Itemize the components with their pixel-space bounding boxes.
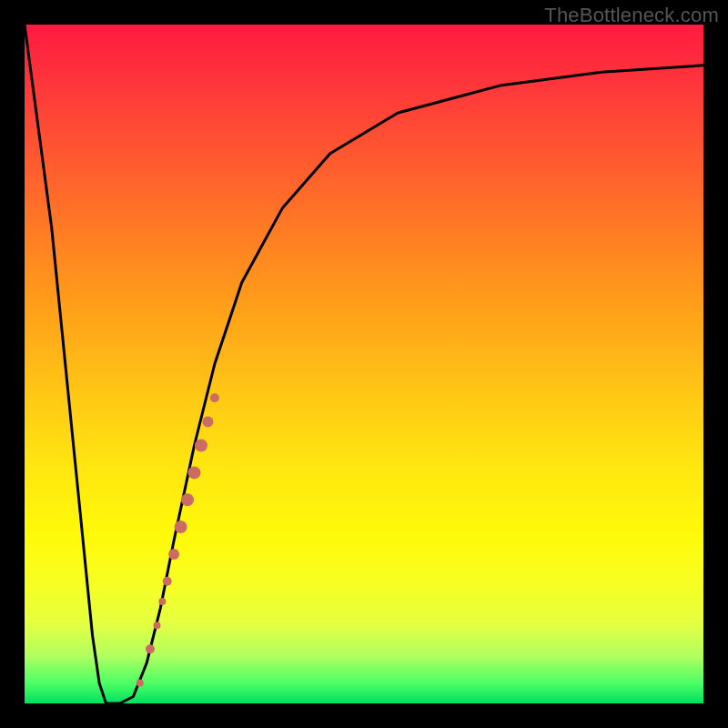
data-marker: [146, 644, 155, 653]
data-marker: [202, 416, 213, 427]
data-marker: [163, 577, 172, 586]
data-marker: [168, 549, 179, 560]
data-marker: [188, 466, 201, 479]
data-marker: [195, 440, 207, 452]
data-marker: [175, 521, 187, 533]
plot-area: [25, 25, 703, 703]
data-marker: [158, 598, 166, 605]
data-marker: [210, 393, 219, 402]
chart-frame: TheBottleneck.com: [0, 0, 728, 728]
bottleneck-curve: [25, 25, 703, 703]
data-marker: [181, 493, 194, 506]
data-marker: [154, 622, 161, 629]
data-marker: [136, 680, 144, 687]
curve-layer: [25, 25, 703, 703]
watermark-text: TheBottleneck.com: [544, 4, 719, 27]
